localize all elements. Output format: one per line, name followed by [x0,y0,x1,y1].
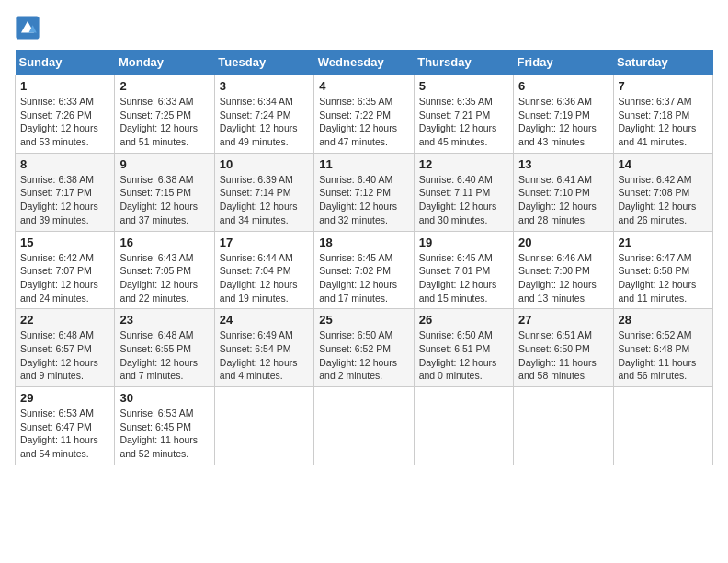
day-cell: 25 Sunrise: 6:50 AM Sunset: 6:52 PM Dayl… [314,309,414,387]
day-cell: 19 Sunrise: 6:45 AM Sunset: 7:01 PM Dayl… [414,231,513,309]
day-cell: 22 Sunrise: 6:48 AM Sunset: 6:57 PM Dayl… [16,309,115,387]
day-number: 27 [518,313,608,327]
week-row-2: 8 Sunrise: 6:38 AM Sunset: 7:17 PM Dayli… [16,153,713,231]
day-number: 29 [20,391,109,405]
day-cell: 15 Sunrise: 6:42 AM Sunset: 7:07 PM Dayl… [16,231,115,309]
day-number: 14 [619,157,708,171]
day-info: Sunrise: 6:49 AM Sunset: 6:54 PM Dayligh… [220,328,309,383]
logo-icon [15,15,40,40]
day-info: Sunrise: 6:41 AM Sunset: 7:10 PM Dayligh… [518,173,608,227]
day-number: 8 [20,157,109,171]
day-cell: 17 Sunrise: 6:44 AM Sunset: 7:04 PM Dayl… [214,231,313,309]
day-info: Sunrise: 6:42 AM Sunset: 7:07 PM Dayligh… [20,251,109,305]
header-row: SundayMondayTuesdayWednesdayThursdayFrid… [16,50,713,75]
day-number: 13 [518,157,608,171]
day-cell: 6 Sunrise: 6:36 AM Sunset: 7:19 PM Dayli… [514,75,613,154]
day-cell: 18 Sunrise: 6:45 AM Sunset: 7:02 PM Dayl… [314,231,414,309]
day-cell: 1 Sunrise: 6:33 AM Sunset: 7:26 PM Dayli… [16,75,115,154]
day-info: Sunrise: 6:35 AM Sunset: 7:21 PM Dayligh… [419,95,508,149]
day-number: 18 [319,236,408,249]
header-cell-friday: Friday [514,50,613,75]
day-number: 23 [119,313,209,327]
day-cell: 5 Sunrise: 6:35 AM Sunset: 7:21 PM Dayli… [414,75,513,154]
day-info: Sunrise: 6:38 AM Sunset: 7:15 PM Dayligh… [119,173,209,227]
day-info: Sunrise: 6:52 AM Sunset: 6:48 PM Dayligh… [619,328,708,383]
day-info: Sunrise: 6:47 AM Sunset: 6:58 PM Dayligh… [619,251,708,305]
day-info: Sunrise: 6:51 AM Sunset: 6:50 PM Dayligh… [518,328,608,383]
header-cell-tuesday: Tuesday [214,50,313,75]
header-cell-sunday: Sunday [16,50,115,75]
day-cell: 2 Sunrise: 6:33 AM Sunset: 7:25 PM Dayli… [115,75,214,154]
day-info: Sunrise: 6:48 AM Sunset: 6:55 PM Dayligh… [119,328,209,383]
day-info: Sunrise: 6:35 AM Sunset: 7:22 PM Dayligh… [319,95,408,149]
day-cell: 24 Sunrise: 6:49 AM Sunset: 6:54 PM Dayl… [214,309,313,387]
day-cell: 12 Sunrise: 6:40 AM Sunset: 7:11 PM Dayl… [414,153,513,231]
day-number: 11 [319,157,408,171]
day-cell: 9 Sunrise: 6:38 AM Sunset: 7:15 PM Dayli… [115,153,214,231]
header-cell-thursday: Thursday [414,50,513,75]
week-row-4: 22 Sunrise: 6:48 AM Sunset: 6:57 PM Dayl… [16,309,713,387]
day-cell: 7 Sunrise: 6:37 AM Sunset: 7:18 PM Dayli… [613,75,712,154]
day-info: Sunrise: 6:37 AM Sunset: 7:18 PM Dayligh… [619,95,708,149]
day-cell: 10 Sunrise: 6:39 AM Sunset: 7:14 PM Dayl… [214,153,313,231]
day-number: 12 [419,157,508,171]
day-info: Sunrise: 6:42 AM Sunset: 7:08 PM Dayligh… [619,173,708,227]
day-number: 16 [119,236,209,249]
day-cell [514,387,613,465]
day-info: Sunrise: 6:34 AM Sunset: 7:24 PM Dayligh… [220,95,309,149]
day-info: Sunrise: 6:46 AM Sunset: 7:00 PM Dayligh… [518,251,608,305]
day-info: Sunrise: 6:40 AM Sunset: 7:12 PM Dayligh… [319,173,408,227]
day-info: Sunrise: 6:38 AM Sunset: 7:17 PM Dayligh… [20,173,109,227]
day-info: Sunrise: 6:48 AM Sunset: 6:57 PM Dayligh… [20,328,109,383]
day-info: Sunrise: 6:53 AM Sunset: 6:47 PM Dayligh… [20,407,109,461]
day-number: 24 [220,313,309,327]
day-cell: 27 Sunrise: 6:51 AM Sunset: 6:50 PM Dayl… [514,309,613,387]
day-number: 6 [518,79,608,93]
day-info: Sunrise: 6:45 AM Sunset: 7:01 PM Dayligh… [419,251,508,305]
day-number: 15 [20,236,109,249]
day-info: Sunrise: 6:45 AM Sunset: 7:02 PM Dayligh… [319,251,408,305]
day-cell: 3 Sunrise: 6:34 AM Sunset: 7:24 PM Dayli… [214,75,313,154]
day-cell [613,387,712,465]
header-cell-saturday: Saturday [613,50,712,75]
day-cell: 28 Sunrise: 6:52 AM Sunset: 6:48 PM Dayl… [613,309,712,387]
day-number: 30 [119,391,209,405]
day-cell: 26 Sunrise: 6:50 AM Sunset: 6:51 PM Dayl… [414,309,513,387]
header-cell-monday: Monday [115,50,214,75]
day-number: 7 [619,79,708,93]
day-number: 17 [220,236,309,249]
day-number: 4 [319,79,408,93]
day-cell: 21 Sunrise: 6:47 AM Sunset: 6:58 PM Dayl… [613,231,712,309]
day-number: 2 [119,79,209,93]
day-number: 25 [319,313,408,327]
header [15,15,713,40]
day-number: 26 [419,313,508,327]
day-cell [414,387,513,465]
day-cell: 8 Sunrise: 6:38 AM Sunset: 7:17 PM Dayli… [16,153,115,231]
day-cell: 29 Sunrise: 6:53 AM Sunset: 6:47 PM Dayl… [16,387,115,465]
header-cell-wednesday: Wednesday [314,50,414,75]
day-cell: 16 Sunrise: 6:43 AM Sunset: 7:05 PM Dayl… [115,231,214,309]
day-info: Sunrise: 6:43 AM Sunset: 7:05 PM Dayligh… [119,251,209,305]
week-row-1: 1 Sunrise: 6:33 AM Sunset: 7:26 PM Dayli… [16,75,713,154]
day-info: Sunrise: 6:50 AM Sunset: 6:52 PM Dayligh… [319,328,408,383]
day-cell [314,387,414,465]
day-number: 19 [419,236,508,249]
day-info: Sunrise: 6:40 AM Sunset: 7:11 PM Dayligh… [419,173,508,227]
day-info: Sunrise: 6:33 AM Sunset: 7:26 PM Dayligh… [20,95,109,149]
day-cell: 23 Sunrise: 6:48 AM Sunset: 6:55 PM Dayl… [115,309,214,387]
day-number: 9 [119,157,209,171]
day-cell: 20 Sunrise: 6:46 AM Sunset: 7:00 PM Dayl… [514,231,613,309]
day-number: 10 [220,157,309,171]
day-cell: 11 Sunrise: 6:40 AM Sunset: 7:12 PM Dayl… [314,153,414,231]
day-info: Sunrise: 6:36 AM Sunset: 7:19 PM Dayligh… [518,95,608,149]
day-number: 5 [419,79,508,93]
day-number: 1 [20,79,109,93]
day-number: 22 [20,313,109,327]
day-info: Sunrise: 6:39 AM Sunset: 7:14 PM Dayligh… [220,173,309,227]
day-number: 28 [619,313,708,327]
logo [15,15,44,40]
day-cell: 14 Sunrise: 6:42 AM Sunset: 7:08 PM Dayl… [613,153,712,231]
day-number: 21 [619,236,708,249]
day-info: Sunrise: 6:50 AM Sunset: 6:51 PM Dayligh… [419,328,508,383]
